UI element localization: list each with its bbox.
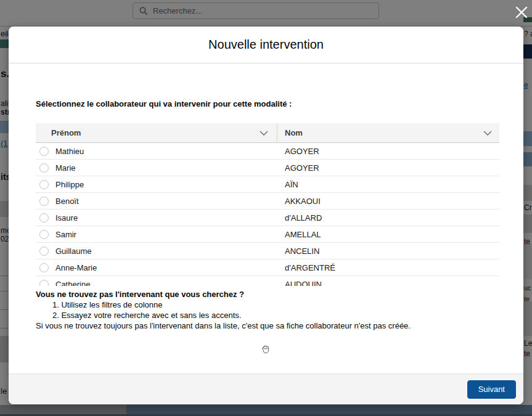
help-heading: Vous ne trouvez pas l'intervenant que vo…: [36, 289, 496, 300]
cursor-row: [9, 345, 523, 358]
new-intervention-modal: Nouvelle intervention Sélectionnez le co…: [9, 27, 523, 404]
table-row[interactable]: Anne-Marie d'ARGENTRÉ: [36, 259, 499, 276]
last-name-cell: ANCELIN: [285, 247, 319, 256]
row-radio-button[interactable]: [39, 213, 49, 222]
help-steps: 1. Utilisez les filtres de colonne2. Ess…: [36, 300, 496, 320]
row-radio-button[interactable]: [39, 230, 49, 239]
table-row[interactable]: Isaure d'ALLARD: [36, 210, 499, 226]
last-name-cell: AUDOUIN: [285, 280, 322, 287]
modal-close-button[interactable]: [513, 4, 530, 21]
table-row[interactable]: Guillaume ANCELIN: [36, 243, 499, 259]
last-name-cell: d'ALLARD: [285, 213, 322, 222]
last-name-cell: d'ARGENTRÉ: [285, 263, 335, 272]
collaborator-table: Prénom Nom: [36, 123, 499, 286]
select-collaborator-prompt: Sélectionnez le collaborateur qui va int…: [36, 99, 496, 108]
help-step: 2. Essayez votre recherche avec et sans …: [36, 310, 496, 320]
help-note: Si vous ne trouvez toujours pas l'interv…: [36, 320, 496, 331]
first-name-cell: Guillaume: [55, 247, 92, 256]
modal-footer: Suivant: [9, 373, 523, 404]
table-row[interactable]: Marie AGOYER: [36, 160, 499, 176]
row-radio-button[interactable]: [39, 163, 49, 173]
first-name-cell: Isaure: [55, 213, 78, 222]
column-header-prenom[interactable]: Prénom: [36, 123, 277, 142]
row-radio-button[interactable]: [39, 263, 49, 272]
last-name-cell: AGOYER: [285, 163, 319, 173]
row-radio-button[interactable]: [39, 247, 49, 256]
modal-title: Nouvelle intervention: [208, 38, 324, 52]
column-label: Nom: [285, 128, 303, 137]
modal-body: Sélectionnez le collaborateur qui va int…: [9, 63, 523, 373]
last-name-cell: AMELLAL: [285, 230, 321, 239]
first-name-cell: Mathieu: [55, 147, 84, 156]
collaborator-rows[interactable]: Mathieu AGOYER Marie AGOYER Philippe AÏN…: [36, 143, 499, 286]
first-name-cell: Marie: [55, 163, 76, 173]
first-name-cell: Anne-Marie: [55, 263, 97, 272]
last-name-cell: AÏN: [285, 180, 298, 189]
row-radio-button[interactable]: [39, 197, 49, 206]
next-button[interactable]: Suivant: [467, 380, 516, 399]
last-name-cell: AKKAOUI: [285, 197, 321, 206]
help-block: Vous ne trouvez pas l'intervenant que vo…: [36, 289, 496, 331]
grab-hand-icon: [261, 345, 271, 356]
first-name-cell: Catherine: [55, 280, 90, 287]
row-radio-button[interactable]: [39, 180, 49, 189]
table-row[interactable]: Catherine AUDOUIN: [36, 276, 499, 286]
table-row[interactable]: Philippe AÏN: [36, 176, 499, 193]
chevron-down-icon[interactable]: [260, 131, 268, 136]
help-step: 1. Utilisez les filtres de colonne: [36, 300, 496, 310]
first-name-cell: Philippe: [55, 180, 84, 189]
table-row[interactable]: Samir AMELLAL: [36, 226, 499, 243]
first-name-cell: Benoït: [55, 197, 79, 206]
last-name-cell: AGOYER: [285, 147, 319, 156]
collaborator-table-header: Prénom Nom: [36, 123, 499, 143]
first-name-cell: Samir: [55, 230, 76, 239]
row-radio-button[interactable]: [39, 280, 49, 287]
close-icon: [514, 5, 529, 20]
row-radio-button[interactable]: [39, 147, 49, 156]
column-header-nom[interactable]: Nom: [277, 123, 499, 142]
table-row[interactable]: Benoït AKKAOUI: [36, 193, 499, 210]
column-label: Prénom: [51, 128, 81, 137]
table-row[interactable]: Mathieu AGOYER: [36, 143, 499, 160]
chevron-down-icon[interactable]: [483, 131, 492, 136]
modal-header: Nouvelle intervention: [9, 27, 523, 63]
